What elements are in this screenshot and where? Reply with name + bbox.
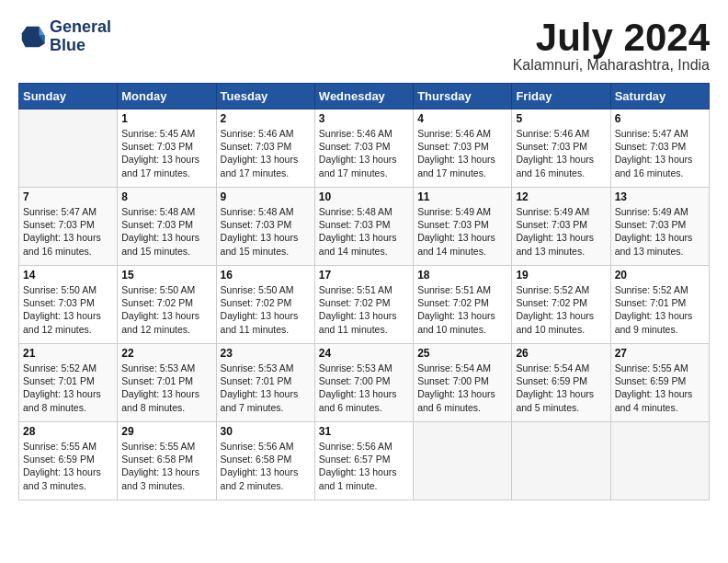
day-cell: 15Sunrise: 5:50 AM Sunset: 7:02 PM Dayli… xyxy=(118,266,216,344)
day-cell xyxy=(610,422,709,500)
day-number: 1 xyxy=(121,112,211,125)
logo: General Blue xyxy=(18,18,111,55)
day-info: Sunrise: 5:56 AM Sunset: 6:58 PM Dayligh… xyxy=(221,440,311,492)
month-title: July 2024 xyxy=(513,18,710,57)
day-info: Sunrise: 5:48 AM Sunset: 7:03 PM Dayligh… xyxy=(121,205,211,258)
calendar-table: SundayMondayTuesdayWednesdayThursdayFrid… xyxy=(18,83,710,500)
day-cell: 31Sunrise: 5:56 AM Sunset: 6:57 PM Dayli… xyxy=(314,422,413,500)
day-cell: 16Sunrise: 5:50 AM Sunset: 7:02 PM Dayli… xyxy=(216,266,314,344)
day-number: 16 xyxy=(221,269,311,282)
day-info: Sunrise: 5:51 AM Sunset: 7:02 PM Dayligh… xyxy=(417,283,507,336)
day-cell: 20Sunrise: 5:52 AM Sunset: 7:01 PM Dayli… xyxy=(610,266,709,344)
day-cell: 6Sunrise: 5:47 AM Sunset: 7:03 PM Daylig… xyxy=(610,109,709,188)
week-row-4: 21Sunrise: 5:52 AM Sunset: 7:01 PM Dayli… xyxy=(19,344,710,422)
day-info: Sunrise: 5:55 AM Sunset: 6:59 PM Dayligh… xyxy=(23,440,113,492)
day-number: 10 xyxy=(319,190,409,203)
day-info: Sunrise: 5:53 AM Sunset: 7:00 PM Dayligh… xyxy=(319,362,409,414)
day-info: Sunrise: 5:47 AM Sunset: 7:03 PM Dayligh… xyxy=(615,127,705,179)
column-header-sunday: Sunday xyxy=(19,84,118,109)
day-cell: 21Sunrise: 5:52 AM Sunset: 7:01 PM Dayli… xyxy=(19,344,118,422)
day-cell: 2Sunrise: 5:46 AM Sunset: 7:03 PM Daylig… xyxy=(216,109,314,188)
day-info: Sunrise: 5:49 AM Sunset: 7:03 PM Dayligh… xyxy=(516,205,606,258)
day-info: Sunrise: 5:46 AM Sunset: 7:03 PM Dayligh… xyxy=(516,127,606,179)
day-cell: 1Sunrise: 5:45 AM Sunset: 7:03 PM Daylig… xyxy=(118,109,216,188)
day-cell: 11Sunrise: 5:49 AM Sunset: 7:03 PM Dayli… xyxy=(414,188,512,266)
day-number: 24 xyxy=(319,347,409,360)
day-cell: 24Sunrise: 5:53 AM Sunset: 7:00 PM Dayli… xyxy=(314,344,413,422)
day-cell: 5Sunrise: 5:46 AM Sunset: 7:03 PM Daylig… xyxy=(512,109,610,188)
day-number: 14 xyxy=(23,269,113,282)
day-info: Sunrise: 5:54 AM Sunset: 6:59 PM Dayligh… xyxy=(516,362,606,414)
day-info: Sunrise: 5:50 AM Sunset: 7:02 PM Dayligh… xyxy=(221,283,311,336)
location: Kalamnuri, Maharashtra, India xyxy=(513,57,710,74)
day-cell: 22Sunrise: 5:53 AM Sunset: 7:01 PM Dayli… xyxy=(118,344,216,422)
day-info: Sunrise: 5:48 AM Sunset: 7:03 PM Dayligh… xyxy=(319,205,409,258)
day-number: 13 xyxy=(615,190,705,203)
column-header-friday: Friday xyxy=(512,84,610,109)
day-info: Sunrise: 5:50 AM Sunset: 7:02 PM Dayligh… xyxy=(121,283,211,336)
day-info: Sunrise: 5:56 AM Sunset: 6:57 PM Dayligh… xyxy=(319,440,409,492)
day-info: Sunrise: 5:52 AM Sunset: 7:01 PM Dayligh… xyxy=(615,283,705,336)
column-header-tuesday: Tuesday xyxy=(216,84,314,109)
day-number: 18 xyxy=(417,269,507,282)
day-cell: 12Sunrise: 5:49 AM Sunset: 7:03 PM Dayli… xyxy=(512,188,610,266)
day-cell: 4Sunrise: 5:46 AM Sunset: 7:03 PM Daylig… xyxy=(414,109,512,188)
day-number: 23 xyxy=(221,347,311,360)
day-cell: 14Sunrise: 5:50 AM Sunset: 7:03 PM Dayli… xyxy=(19,266,118,344)
day-number: 4 xyxy=(417,112,507,125)
day-number: 12 xyxy=(516,190,606,203)
day-cell: 8Sunrise: 5:48 AM Sunset: 7:03 PM Daylig… xyxy=(118,188,216,266)
day-cell: 23Sunrise: 5:53 AM Sunset: 7:01 PM Dayli… xyxy=(216,344,314,422)
day-info: Sunrise: 5:50 AM Sunset: 7:03 PM Dayligh… xyxy=(23,283,113,336)
day-info: Sunrise: 5:46 AM Sunset: 7:03 PM Dayligh… xyxy=(417,127,507,179)
day-info: Sunrise: 5:53 AM Sunset: 7:01 PM Dayligh… xyxy=(221,362,311,414)
column-header-wednesday: Wednesday xyxy=(314,84,413,109)
day-info: Sunrise: 5:51 AM Sunset: 7:02 PM Dayligh… xyxy=(319,283,409,336)
day-info: Sunrise: 5:52 AM Sunset: 7:02 PM Dayligh… xyxy=(516,283,606,336)
day-cell: 25Sunrise: 5:54 AM Sunset: 7:00 PM Dayli… xyxy=(414,344,512,422)
title-block: July 2024 Kalamnuri, Maharashtra, India xyxy=(513,18,710,74)
day-number: 22 xyxy=(121,347,211,360)
logo-icon xyxy=(18,23,46,51)
day-cell: 18Sunrise: 5:51 AM Sunset: 7:02 PM Dayli… xyxy=(414,266,512,344)
day-number: 8 xyxy=(121,190,211,203)
day-info: Sunrise: 5:46 AM Sunset: 7:03 PM Dayligh… xyxy=(319,127,409,179)
week-row-3: 14Sunrise: 5:50 AM Sunset: 7:03 PM Dayli… xyxy=(19,266,710,344)
column-header-monday: Monday xyxy=(118,84,216,109)
day-number: 29 xyxy=(121,425,211,438)
page-header: General Blue July 2024 Kalamnuri, Mahara… xyxy=(18,18,710,74)
week-row-5: 28Sunrise: 5:55 AM Sunset: 6:59 PM Dayli… xyxy=(19,422,710,500)
day-number: 3 xyxy=(319,112,409,125)
day-info: Sunrise: 5:48 AM Sunset: 7:03 PM Dayligh… xyxy=(221,205,311,258)
day-cell: 9Sunrise: 5:48 AM Sunset: 7:03 PM Daylig… xyxy=(216,188,314,266)
day-cell: 3Sunrise: 5:46 AM Sunset: 7:03 PM Daylig… xyxy=(314,109,413,188)
day-number: 19 xyxy=(516,269,606,282)
day-cell: 28Sunrise: 5:55 AM Sunset: 6:59 PM Dayli… xyxy=(19,422,118,500)
day-info: Sunrise: 5:54 AM Sunset: 7:00 PM Dayligh… xyxy=(417,362,507,414)
day-info: Sunrise: 5:53 AM Sunset: 7:01 PM Dayligh… xyxy=(121,362,211,414)
day-cell: 17Sunrise: 5:51 AM Sunset: 7:02 PM Dayli… xyxy=(314,266,413,344)
day-info: Sunrise: 5:46 AM Sunset: 7:03 PM Dayligh… xyxy=(221,127,311,179)
day-info: Sunrise: 5:49 AM Sunset: 7:03 PM Dayligh… xyxy=(417,205,507,258)
day-number: 9 xyxy=(221,190,311,203)
day-number: 26 xyxy=(516,347,606,360)
day-number: 25 xyxy=(417,347,507,360)
day-cell: 10Sunrise: 5:48 AM Sunset: 7:03 PM Dayli… xyxy=(314,188,413,266)
day-number: 6 xyxy=(615,112,705,125)
day-number: 2 xyxy=(221,112,311,125)
day-number: 5 xyxy=(516,112,606,125)
day-number: 20 xyxy=(615,269,705,282)
week-row-2: 7Sunrise: 5:47 AM Sunset: 7:03 PM Daylig… xyxy=(19,188,710,266)
day-cell xyxy=(414,422,512,500)
day-info: Sunrise: 5:45 AM Sunset: 7:03 PM Dayligh… xyxy=(121,127,211,179)
day-number: 17 xyxy=(319,269,409,282)
day-cell: 19Sunrise: 5:52 AM Sunset: 7:02 PM Dayli… xyxy=(512,266,610,344)
day-info: Sunrise: 5:55 AM Sunset: 6:59 PM Dayligh… xyxy=(615,362,705,414)
column-header-saturday: Saturday xyxy=(610,84,709,109)
day-cell: 7Sunrise: 5:47 AM Sunset: 7:03 PM Daylig… xyxy=(19,188,118,266)
day-number: 15 xyxy=(121,269,211,282)
day-cell xyxy=(19,109,118,188)
logo-line1: General xyxy=(50,18,111,37)
week-row-1: 1Sunrise: 5:45 AM Sunset: 7:03 PM Daylig… xyxy=(19,109,710,188)
day-number: 27 xyxy=(615,347,705,360)
